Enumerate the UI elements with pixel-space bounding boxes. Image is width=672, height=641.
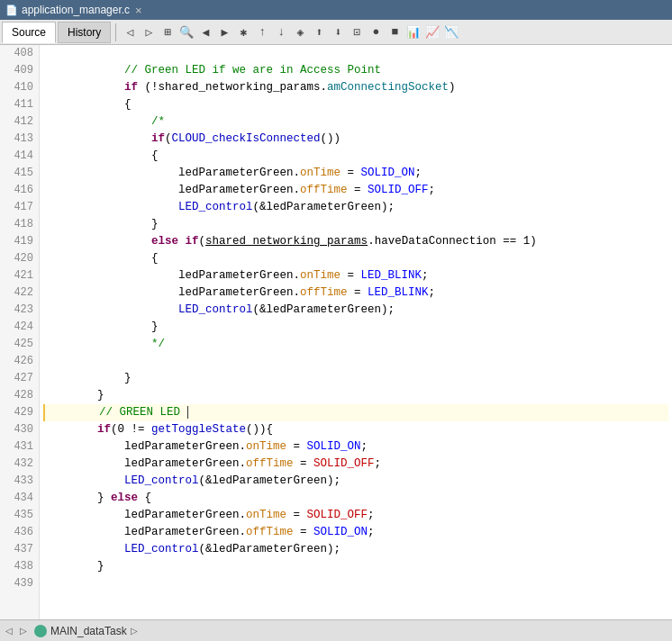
tab-source[interactable]: Source <box>2 22 56 43</box>
bookmark-prev-button[interactable]: ↑ <box>253 23 271 41</box>
code-line-425[interactable]: */ <box>43 336 668 353</box>
tab-history[interactable]: History <box>58 22 111 43</box>
navigate-forward-button[interactable]: ▷ <box>140 23 158 41</box>
code-line-437[interactable]: LED_control(&ledParameterGreen); <box>43 541 668 558</box>
code-line-435[interactable]: ledParameterGreen.onTime = SOLID_OFF; <box>43 507 668 524</box>
token: ; <box>422 269 429 282</box>
code-content[interactable]: // Green LED if we are in Access Point i… <box>40 45 672 619</box>
line-number-430: 430 <box>5 421 33 438</box>
title-bar: 📄 application_manager.c × <box>0 0 672 20</box>
token: LED_control <box>124 474 199 487</box>
code-line-436[interactable]: ledParameterGreen.offTime = SOLID_ON; <box>43 524 668 541</box>
token: ( <box>199 235 206 248</box>
line-number-419: 419 <box>5 233 33 250</box>
code-line-410[interactable]: if (!shared_networking_params.amConnecti… <box>43 79 668 96</box>
code-line-427[interactable]: } <box>43 370 668 387</box>
move-up-button[interactable]: ⬆ <box>310 23 328 41</box>
token <box>43 235 151 248</box>
token: LED_control <box>124 543 199 555</box>
token: ledParameterGreen. <box>43 184 300 196</box>
token: SOLID_OFF <box>307 509 368 521</box>
navigate-back-button[interactable]: ◁ <box>121 23 139 41</box>
code-line-409[interactable]: // Green LED if we are in Access Point <box>43 62 668 79</box>
token: (&ledParameterGreen); <box>253 303 395 316</box>
line-number-412: 412 <box>5 113 33 131</box>
token: ()){ <box>246 423 273 436</box>
code-line-439[interactable] <box>43 575 668 592</box>
code-line-422[interactable]: ledParameterGreen.offTime = LED_BLINK; <box>43 284 668 302</box>
select-scope-button[interactable]: ⊡ <box>348 23 366 41</box>
record-button[interactable]: ● <box>367 23 385 41</box>
token: ledParameterGreen. <box>43 167 300 179</box>
code-line-418[interactable]: } <box>43 216 668 233</box>
line-number-420: 420 <box>5 250 33 267</box>
token: getToggleState <box>151 423 246 436</box>
code-line-413[interactable]: if(CLOUD_checkIsConnected()) <box>43 131 668 148</box>
code-line-417[interactable]: LED_control(&ledParameterGreen); <box>43 199 668 216</box>
close-button[interactable]: × <box>135 4 142 17</box>
line-number-411: 411 <box>5 96 33 113</box>
line-number-439: 439 <box>5 575 33 592</box>
toolbar-icons-group: ◁▷⊞🔍◀▶✱↑↓◈⬆⬇⊡●■📊📈📉 <box>121 23 460 41</box>
find-next-button[interactable]: ▶ <box>215 23 233 41</box>
code-line-433[interactable]: LED_control(&ledParameterGreen); <box>43 473 668 490</box>
code-line-434[interactable]: } else { <box>43 490 668 507</box>
bookmark-next-button[interactable]: ↓ <box>272 23 290 41</box>
code-line-408[interactable] <box>43 45 668 62</box>
token: ; <box>361 440 368 453</box>
token: (!shared_networking_params. <box>138 81 327 94</box>
line-number-428: 428 <box>5 387 33 404</box>
search-button[interactable]: 🔍 <box>177 23 195 41</box>
toggle-bookmark-button[interactable]: ◈ <box>291 23 309 41</box>
task-arrow[interactable]: ▷ <box>131 626 138 636</box>
line-number-415: 415 <box>5 165 33 182</box>
line-number-408: 408 <box>5 45 33 62</box>
token: } <box>43 372 132 384</box>
line-number-423: 423 <box>5 302 33 319</box>
token: ledParameterGreen. <box>43 440 246 453</box>
code-line-423[interactable]: LED_control(&ledParameterGreen); <box>43 302 668 319</box>
chart2-button[interactable]: 📈 <box>423 23 441 41</box>
task-label[interactable]: MAIN_dataTask <box>50 625 127 637</box>
code-line-424[interactable]: } <box>43 319 668 336</box>
code-line-431[interactable]: ledParameterGreen.onTime = SOLID_ON; <box>43 438 668 456</box>
code-line-414[interactable]: { <box>43 148 668 165</box>
line-number-417: 417 <box>5 199 33 216</box>
chart3-button[interactable]: 📉 <box>442 23 460 41</box>
token: = <box>341 167 361 179</box>
code-line-429[interactable]: // GREEN LED <box>43 404 668 421</box>
code-line-426[interactable] <box>43 353 668 370</box>
token: } <box>43 218 159 230</box>
code-area[interactable]: 4084094104114124134144154164174184194204… <box>0 45 672 619</box>
token: ledParameterGreen. <box>43 457 246 470</box>
status-next-arrow[interactable]: ▷ <box>20 626 27 636</box>
code-line-428[interactable]: } <box>43 387 668 404</box>
token: offTime <box>300 184 348 196</box>
token: (&ledParameterGreen); <box>199 543 341 555</box>
token: if <box>97 423 111 436</box>
status-bar: ◁ ▷ MAIN_dataTask ▷ <box>0 619 672 641</box>
code-line-421[interactable]: ledParameterGreen.onTime = LED_BLINK; <box>43 267 668 284</box>
token: SOLID_ON <box>361 167 415 179</box>
line-number-409: 409 <box>5 62 33 79</box>
status-prev-arrow[interactable]: ◁ <box>5 626 13 636</box>
token: ; <box>368 509 375 521</box>
code-line-420[interactable]: { <box>43 250 668 267</box>
code-line-438[interactable]: } <box>43 558 668 575</box>
code-line-415[interactable]: ledParameterGreen.onTime = SOLID_ON; <box>43 165 668 182</box>
mark-button[interactable]: ✱ <box>234 23 252 41</box>
code-line-416[interactable]: ledParameterGreen.offTime = SOLID_OFF; <box>43 182 668 199</box>
code-line-432[interactable]: ledParameterGreen.offTime = SOLID_OFF; <box>43 456 668 473</box>
token: SOLID_ON <box>313 526 368 538</box>
token: ledParameterGreen. <box>43 509 246 521</box>
find-previous-button[interactable]: ◀ <box>196 23 214 41</box>
code-line-412[interactable]: □ /* <box>43 113 668 131</box>
move-down-button[interactable]: ⬇ <box>329 23 347 41</box>
token: else <box>151 235 178 248</box>
code-line-419[interactable]: else if(shared_networking_params.haveDat… <box>43 233 668 250</box>
open-declaration-button[interactable]: ⊞ <box>159 23 177 41</box>
code-line-430[interactable]: if(0 != getToggleState()){ <box>43 421 668 438</box>
code-line-411[interactable]: { <box>43 96 668 113</box>
stop-button[interactable]: ■ <box>386 23 404 41</box>
chart1-button[interactable]: 📊 <box>404 23 422 41</box>
